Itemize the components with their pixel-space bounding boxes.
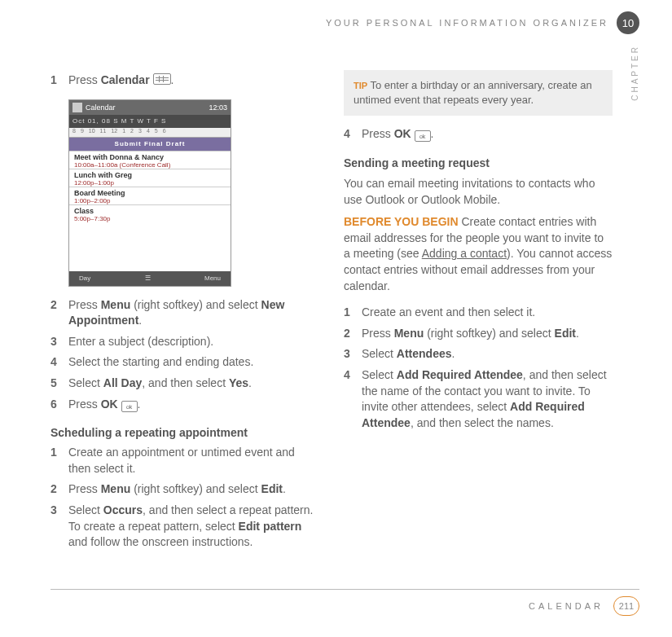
right-step-4: 4 Press OK ok. <box>344 126 613 143</box>
footer-title: CALENDAR <box>529 601 604 611</box>
step-body: Select Occurs, and then select a repeat … <box>68 503 319 551</box>
intro-paragraph: You can email meeting invitations to con… <box>344 176 613 208</box>
repeat-step-2: 2 Press Menu (right softkey) and select … <box>51 481 319 498</box>
step-1: 1 Press Calendar . <box>51 72 319 89</box>
heading-meeting-request: Sending a meeting request <box>344 156 613 169</box>
screenshot-softkeys: Day ☰ Menu <box>69 271 231 286</box>
step-number: 3 <box>51 503 68 551</box>
step-number: 1 <box>51 445 68 477</box>
chapter-number-badge: 10 <box>617 11 639 34</box>
step-body: Select the starting and ending dates. <box>68 354 319 371</box>
meeting-step-4: 4 Select Add Required Attendee, and then… <box>344 367 613 431</box>
meeting-step-1: 1 Create an event and then select it. <box>344 305 613 321</box>
step-number: 1 <box>344 305 362 321</box>
step-body: Select All Day, and then select Yes. <box>68 376 319 392</box>
step-number: 4 <box>344 126 362 143</box>
meeting-step-3: 3 Select Attendees. <box>344 346 613 362</box>
screenshot-clock: 12:03 <box>209 103 227 112</box>
step-5: 5 Select All Day, and then select Yes. <box>51 376 319 392</box>
screenshot-hours: 8 9 10 11 12 1 2 3 4 5 6 <box>69 128 231 138</box>
repeat-step-3: 3 Select Occurs, and then select a repea… <box>51 503 319 551</box>
calendar-icon <box>153 73 171 85</box>
left-column: 1 Press Calendar . Calendar 12:03 Oct 01… <box>51 70 319 553</box>
screenshot-app-name: Calendar <box>86 103 116 112</box>
screenshot-event: Board Meeting 1:00p–2:00p <box>69 187 231 204</box>
screenshot-event: Lunch with Greg 12:00p–1:00p <box>69 169 231 187</box>
heading-repeating: Scheduling a repeating appointment <box>51 426 319 439</box>
step-number: 2 <box>51 481 68 498</box>
device-screenshot: Calendar 12:03 Oct 01, 08 S M T W T F S … <box>68 99 231 287</box>
step-2: 2 Press Menu (right softkey) and select … <box>51 297 319 329</box>
meeting-step-2: 2 Press Menu (right softkey) and select … <box>344 326 613 342</box>
footer: CALENDAR 211 <box>51 589 639 616</box>
step-number: 1 <box>51 72 68 89</box>
step-3: 3 Enter a subject (description). <box>51 334 319 350</box>
content-columns: 1 Press Calendar . Calendar 12:03 Oct 01… <box>51 70 621 553</box>
tip-text: To enter a birthday or an anniversary, c… <box>354 79 592 106</box>
step-4: 4 Select the starting and ending dates. <box>51 354 319 371</box>
step-body: Press Calendar . <box>68 72 319 89</box>
softkey-left: Day <box>79 275 90 282</box>
tip-label: TIP <box>354 81 367 90</box>
step-number: 4 <box>51 354 68 371</box>
ok-icon: ok <box>415 130 431 142</box>
repeat-step-1: 1 Create an appointment or untimed event… <box>51 445 319 477</box>
step-body: Press Menu (right softkey) and select Ed… <box>68 481 319 498</box>
step-body: Create an event and then select it. <box>362 305 613 321</box>
step-body: Press OK ok. <box>68 397 319 413</box>
step-number: 2 <box>344 326 362 342</box>
step-number: 6 <box>51 397 68 413</box>
step-number: 2 <box>51 297 68 329</box>
step-body: Select Attendees. <box>362 346 613 362</box>
screenshot-datebar: Oct 01, 08 S M T W T F S <box>69 115 231 128</box>
step-number: 3 <box>344 346 362 362</box>
step-6: 6 Press OK ok. <box>51 397 319 413</box>
step-body: Enter a subject (description). <box>68 334 319 350</box>
step-number: 5 <box>51 376 68 392</box>
right-column: TIP To enter a birthday or an anniversar… <box>344 70 613 553</box>
screenshot-banner: Submit Final Draft <box>69 138 231 151</box>
header: YOUR PERSONAL INFORMATION ORGANIZER 10 <box>326 11 639 34</box>
tip-box: TIP To enter a birthday or an anniversar… <box>344 70 613 116</box>
link-adding-contact[interactable]: Adding a contact <box>422 247 507 260</box>
screenshot-event: Class 5:00p–7:30p <box>69 204 231 222</box>
step-body: Press OK ok. <box>362 126 613 143</box>
screenshot-titlebar: Calendar 12:03 <box>69 100 231 115</box>
step-number: 3 <box>51 334 68 350</box>
header-title: YOUR PERSONAL INFORMATION ORGANIZER <box>326 18 608 28</box>
before-label: BEFORE YOU BEGIN <box>344 215 459 228</box>
window-icon <box>72 103 82 112</box>
screenshot-event: Meet with Donna & Nancy 10:00a–11:00a (C… <box>69 151 231 169</box>
ok-icon: ok <box>121 401 138 412</box>
step-body: Select Add Required Attendee, and then s… <box>362 367 613 431</box>
step-body: Press Menu (right softkey) and select Ne… <box>68 297 319 329</box>
step-body: Create an appointment or untimed event a… <box>68 445 319 477</box>
step-body: Press Menu (right softkey) and select Ed… <box>362 326 613 342</box>
chapter-vertical-label: CHAPTER <box>630 45 639 101</box>
step-number: 4 <box>344 367 362 431</box>
page-number: 211 <box>613 596 639 616</box>
softkey-right: Menu <box>204 275 221 282</box>
softkey-center-icon: ☰ <box>145 275 151 282</box>
page: YOUR PERSONAL INFORMATION ORGANIZER 10 C… <box>0 0 672 637</box>
before-you-begin: BEFORE YOU BEGIN Create contact entries … <box>344 214 613 294</box>
